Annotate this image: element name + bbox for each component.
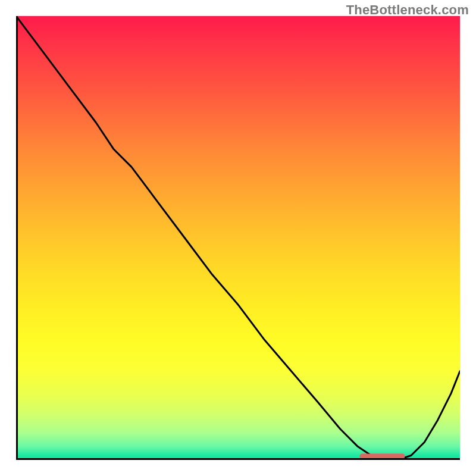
- bottleneck-curve-svg: [16, 16, 460, 460]
- y-axis: [16, 16, 18, 460]
- chart-container: TheBottleneck.com: [0, 0, 476, 476]
- bottleneck-curve: [16, 16, 460, 460]
- x-axis: [16, 458, 460, 460]
- plot-area: [16, 16, 460, 460]
